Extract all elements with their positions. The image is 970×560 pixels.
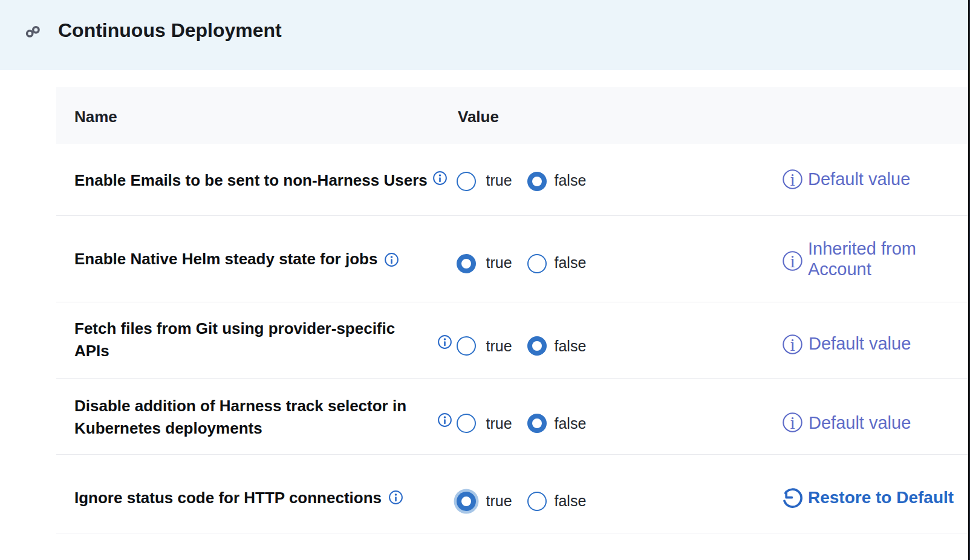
svg-text:i: i [790,412,795,432]
svg-text:i: i [790,251,795,271]
svg-text:i: i [790,169,795,189]
svg-text:i: i [790,334,795,354]
